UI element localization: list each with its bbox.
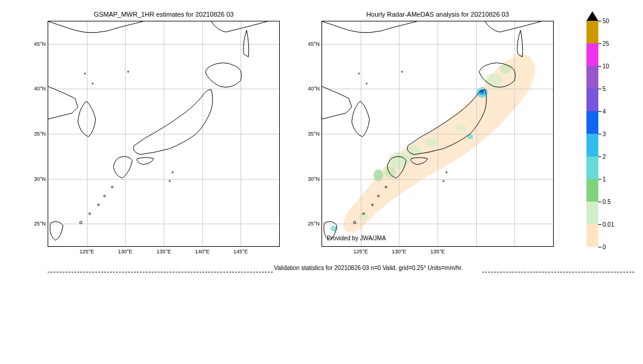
x-axis-label: 140°E <box>195 246 210 255</box>
svg-point-25 <box>372 204 373 206</box>
y-axis-label: 30°N <box>34 176 48 182</box>
svg-point-2 <box>89 213 90 215</box>
colorbar-label: 25 <box>603 40 609 47</box>
svg-point-3 <box>80 221 82 224</box>
right-map-panel: Hourly Radar-AMeDAS analysis for 2021082… <box>322 21 554 247</box>
svg-point-0 <box>104 195 105 197</box>
left-map-title: GSMAP_MWR_1HR estimates for 20210826 03 <box>48 11 279 18</box>
colorbar-tick <box>598 21 601 21</box>
colorbar-label: 10 <box>603 63 609 70</box>
x-axis-label: 130°E <box>392 246 407 255</box>
svg-point-29 <box>446 172 447 173</box>
colorbar-tick <box>598 134 601 134</box>
colorbar-tick <box>598 89 601 89</box>
colorbar-label: 50 <box>603 18 609 24</box>
x-axis-label: 125°E <box>353 246 368 255</box>
coastline-map-icon <box>322 21 553 246</box>
divider-line <box>48 272 273 272</box>
right-map-title: Hourly Radar-AMeDAS analysis for 2021082… <box>322 11 553 18</box>
y-axis-label: 45°N <box>308 41 322 47</box>
svg-point-28 <box>385 186 387 188</box>
coastline-map-icon <box>48 21 279 246</box>
x-axis-label: 135°E <box>430 246 445 255</box>
colorbar-tick <box>598 156 601 157</box>
colorbar-overflow-arrow-icon <box>586 11 598 21</box>
x-axis-label: 125°E <box>79 246 94 255</box>
svg-point-4 <box>111 186 113 188</box>
colorbar-segment <box>586 134 598 156</box>
colorbar-tick <box>598 202 601 202</box>
y-axis-label: 45°N <box>34 41 48 47</box>
colorbar-tick <box>598 66 601 67</box>
colorbar-label: 0 <box>603 244 606 250</box>
y-axis-label: 25°N <box>308 221 322 227</box>
x-axis-label: 145°E <box>233 246 248 255</box>
colorbar-label: 0.01 <box>603 221 614 228</box>
colorbar-segment <box>586 21 598 43</box>
colorbar-tick <box>598 247 601 247</box>
colorbar-label: 0.5 <box>603 199 611 205</box>
colorbar-tick <box>598 224 601 225</box>
colorbar-tick <box>598 43 601 44</box>
colorbar: 50 25 10 5 4 3 2 1 0.5 0.01 0 <box>586 21 598 247</box>
svg-point-7 <box>127 71 129 73</box>
svg-point-1 <box>98 204 99 206</box>
y-axis-label: 40°N <box>34 86 48 92</box>
x-axis-label: 130°E <box>118 246 133 255</box>
svg-point-6 <box>169 181 170 182</box>
colorbar-label: 5 <box>603 86 606 92</box>
svg-point-31 <box>401 71 402 73</box>
y-axis-label: 35°N <box>34 131 48 137</box>
y-axis-label: 35°N <box>308 131 322 137</box>
colorbar-tick <box>598 179 601 180</box>
colorbar-segment <box>586 111 598 134</box>
y-axis-label: 25°N <box>34 221 48 227</box>
chart-container: GSMAP_MWR_1HR estimates for 20210826 03 … <box>0 0 643 364</box>
divider-line <box>482 272 634 272</box>
left-map-panel: GSMAP_MWR_1HR estimates for 20210826 03 … <box>48 21 280 247</box>
svg-point-26 <box>363 213 364 215</box>
colorbar-segment <box>586 43 598 66</box>
svg-point-30 <box>443 181 444 182</box>
colorbar-label: 3 <box>603 131 606 137</box>
colorbar-segment <box>586 156 598 179</box>
colorbar-segment <box>586 66 598 89</box>
x-axis-label: 135°E <box>157 246 171 255</box>
colorbar-segment <box>586 224 598 247</box>
svg-point-5 <box>172 172 173 173</box>
y-axis-label: 40°N <box>308 86 322 92</box>
colorbar-label: 4 <box>603 108 606 115</box>
colorbar-segment <box>586 202 598 224</box>
svg-point-27 <box>354 221 356 224</box>
svg-point-32 <box>366 83 367 84</box>
colorbar-segment <box>586 179 598 202</box>
colorbar-label: 1 <box>603 176 606 183</box>
validation-statistics-label: Validation statistics for 20210826 03 n=… <box>274 265 463 271</box>
colorbar-label: 2 <box>603 153 606 160</box>
colorbar-tick <box>598 111 601 112</box>
svg-point-8 <box>92 83 93 84</box>
svg-point-9 <box>85 73 86 74</box>
svg-point-24 <box>377 195 379 197</box>
svg-point-33 <box>358 73 360 74</box>
colorbar-segment <box>586 89 598 111</box>
y-axis-label: 30°N <box>308 176 322 182</box>
